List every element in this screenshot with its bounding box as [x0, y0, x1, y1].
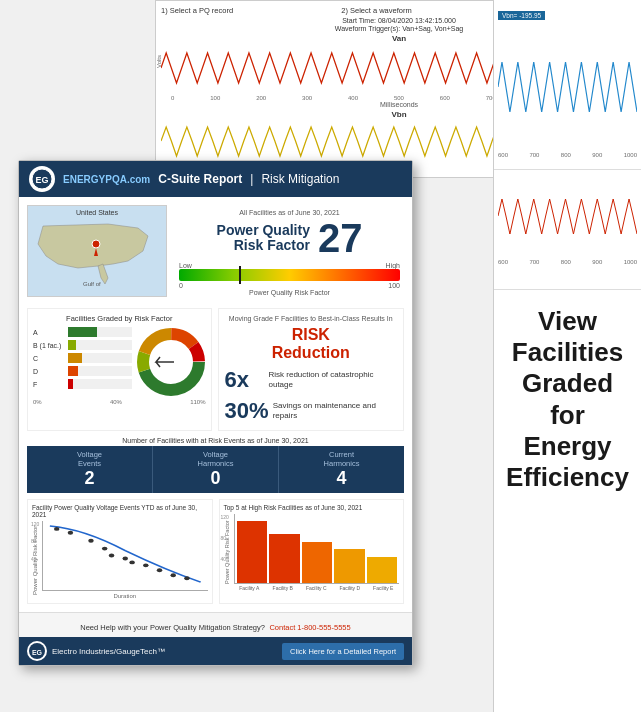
svg-text:EG: EG: [32, 649, 43, 656]
svg-point-16: [123, 557, 128, 561]
bar-3: [302, 542, 333, 583]
svg-point-14: [102, 547, 107, 551]
csuite-card: EG ENERGYPQA.com C-Suite Report | Risk M…: [18, 160, 413, 666]
event-voltage: Voltage Events 2: [27, 446, 153, 493]
bar-title: Top 5 at High Risk Facilities as of June…: [224, 504, 400, 511]
svg-text:Gulf of: Gulf of: [83, 281, 101, 287]
gauge-label: Power Quality Risk Factor: [179, 289, 400, 296]
svg-point-21: [184, 576, 189, 580]
risk-gauge: Low High 0 100 Power Quality Risk Factor: [179, 262, 400, 296]
right-text-area: View Facilities Graded for Energy Effici…: [494, 290, 641, 509]
svg-point-19: [157, 569, 162, 573]
grade-row-f: F: [33, 379, 132, 389]
events-bar: Voltage Events 2 Voltage Harmonics 0 Cur…: [27, 446, 404, 493]
bar-1: [237, 521, 268, 583]
footer-help: Need Help with your Power Quality Mitiga…: [19, 612, 412, 637]
right-wave-1: Vbn= -195.95 6007008009001000: [494, 0, 641, 170]
risk-title-line1: Power Quality: [217, 223, 310, 238]
vbn-value-badge: Vbn= -195.95: [498, 11, 545, 20]
right-waveform-container: Vbn= -195.95 6007008009001000 6007008009…: [493, 0, 641, 712]
step2-label: 2) Select a waveform: [341, 6, 411, 15]
facilities-date: All Facilities as of June 30, 2021: [175, 209, 404, 216]
right-wave-2: 6007008009001000: [494, 170, 641, 290]
grade-row-a: A: [33, 327, 132, 337]
event-current-harmonics: Current Harmonics 4: [279, 446, 404, 493]
svg-text:EG: EG: [35, 175, 48, 185]
us-label: United States: [76, 209, 118, 216]
event-voltage-harmonics: Voltage Harmonics 0: [153, 446, 279, 493]
risk-panel: All Facilities as of June 30, 2021 Power…: [175, 205, 404, 300]
bar-area: 120 80 40: [234, 514, 400, 584]
grade-row-c: C: [33, 353, 132, 363]
volts-label-van: Volts: [156, 55, 162, 68]
svg-point-20: [170, 573, 175, 577]
grade-row-b: B (1 fac.): [33, 340, 132, 350]
risk-reduction-panel: Moving Grade F Facilities to Best-in-Cla…: [218, 308, 405, 431]
moving-grade-text: Moving Grade F Facilities to Best-in-Cla…: [225, 315, 398, 322]
svg-point-13: [88, 539, 93, 543]
stat2-desc: Savings on maintenance and repairs: [273, 401, 397, 422]
risk-title-line2: Risk Factor: [217, 238, 310, 253]
bar-4: [334, 549, 365, 584]
graded-panel: Facilities Graded by Risk Factor A B (1 …: [27, 308, 212, 431]
scatter-panel: Facility Power Quality Voltage Events YT…: [27, 499, 213, 604]
footer-company: Electro Industries/GaugeTech™: [52, 647, 165, 656]
report-subtitle: Risk Mitigation: [261, 172, 339, 186]
step1-label: 1) Select a PQ record: [161, 6, 233, 15]
right-heading-line3: Energy Efficiency: [502, 431, 633, 493]
bar-2: [269, 534, 300, 584]
logo-circle: EG: [29, 166, 55, 192]
svg-point-12: [68, 531, 73, 535]
svg-point-11: [54, 527, 59, 531]
report-title: C-Suite Report: [158, 172, 242, 186]
stat1-number: 6x: [225, 367, 263, 393]
footer-contact[interactable]: Contact 1-800-555-5555: [269, 623, 350, 632]
svg-point-17: [129, 561, 134, 565]
brand-name: ENERGYPQA.com: [63, 174, 150, 185]
scatter-title: Facility Power Quality Voltage Events YT…: [32, 504, 208, 518]
events-title: Number of Facilities with at Risk Events…: [27, 437, 404, 444]
svg-point-4: [92, 240, 100, 248]
stat1-row: 6x Risk reduction of catastrophic outage: [225, 367, 398, 393]
scatter-area: 120 80 40: [42, 521, 208, 591]
right-heading-line1: View Facilities: [502, 306, 633, 368]
donut-chart: [136, 327, 206, 397]
bar-5: [367, 557, 398, 583]
header-pipe: |: [250, 172, 253, 186]
right-heading-line2: Graded for: [502, 368, 633, 430]
footer-detail-btn[interactable]: Click Here for a Detailed Report: [282, 643, 404, 660]
csuite-header: EG ENERGYPQA.com C-Suite Report | Risk M…: [19, 161, 412, 197]
graded-title: Facilities Graded by Risk Factor: [33, 314, 206, 323]
risk-number: 27: [318, 218, 363, 258]
risk-reduction-title: RISK Reduction: [225, 326, 398, 361]
stat1-desc: Risk reduction of catastrophic outage: [269, 370, 398, 391]
csuite-body: United States Gulf of All Faciliti: [19, 197, 412, 612]
grade-row-d: D: [33, 366, 132, 376]
map-area: United States Gulf of: [27, 205, 167, 297]
bar-panel: Top 5 at High Risk Facilities as of June…: [219, 499, 405, 604]
footer-bottom: EG Electro Industries/GaugeTech™ Click H…: [19, 637, 412, 665]
stat2-row: 30% Savings on maintenance and repairs: [225, 398, 398, 424]
svg-point-15: [109, 554, 114, 558]
svg-point-18: [143, 564, 148, 568]
stat2-number: 30%: [225, 398, 267, 424]
